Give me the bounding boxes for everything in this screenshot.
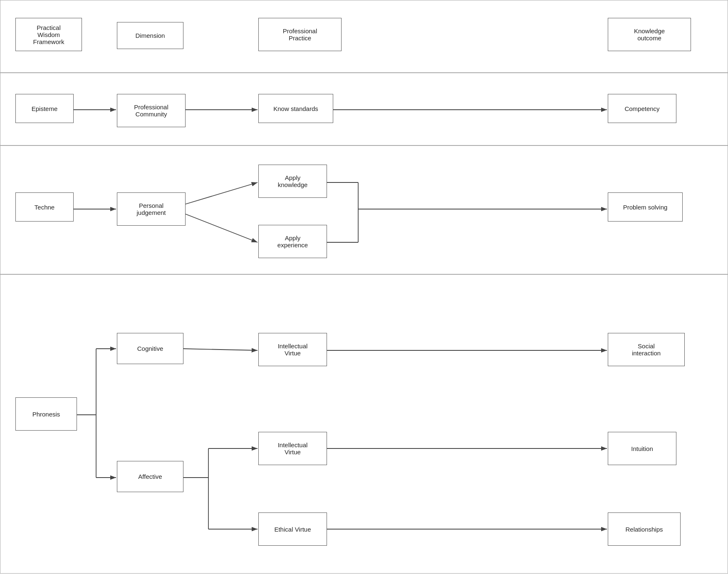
box-knowledge-outcome: Knowledge outcome	[608, 18, 691, 51]
header-section: Practical Wisdom Framework Dimension Pro…	[0, 0, 728, 73]
box-competency: Competency	[608, 94, 676, 123]
box-professional-practice: Professional Practice	[258, 18, 342, 51]
phronesis-section: Phronesis Cognitive Affective Intellectu…	[0, 274, 728, 574]
box-relationships: Relationships	[608, 512, 681, 546]
svg-line-7	[186, 214, 258, 242]
episteme-section: Episteme Professional Community Know sta…	[0, 73, 728, 145]
box-professional-community: Professional Community	[117, 94, 186, 127]
box-dimension: Dimension	[117, 22, 183, 49]
box-cognitive: Cognitive	[117, 333, 183, 364]
box-intuition: Intuition	[608, 432, 676, 465]
box-problem-solving: Problem solving	[608, 192, 683, 222]
box-personal-judgement: Personal judgement	[117, 192, 186, 226]
svg-line-17	[183, 349, 258, 350]
box-ethical-virtue: Ethical Virtue	[258, 512, 327, 546]
box-episteme: Episteme	[15, 94, 74, 123]
box-pwf: Practical Wisdom Framework	[15, 18, 82, 51]
box-techne: Techne	[15, 192, 74, 222]
techne-section: Techne Personal judgement Apply knowledg…	[0, 145, 728, 274]
svg-line-6	[186, 182, 258, 204]
box-social-interaction: Social interaction	[608, 333, 685, 366]
box-apply-knowledge: Apply knowledge	[258, 165, 327, 198]
box-phronesis: Phronesis	[15, 397, 77, 431]
box-know-standards: Know standards	[258, 94, 333, 123]
box-affective: Affective	[117, 461, 183, 492]
box-apply-experience: Apply experience	[258, 225, 327, 258]
box-intellectual-virtue-2: Intellectual Virtue	[258, 432, 327, 465]
box-intellectual-virtue-1: Intellectual Virtue	[258, 333, 327, 366]
